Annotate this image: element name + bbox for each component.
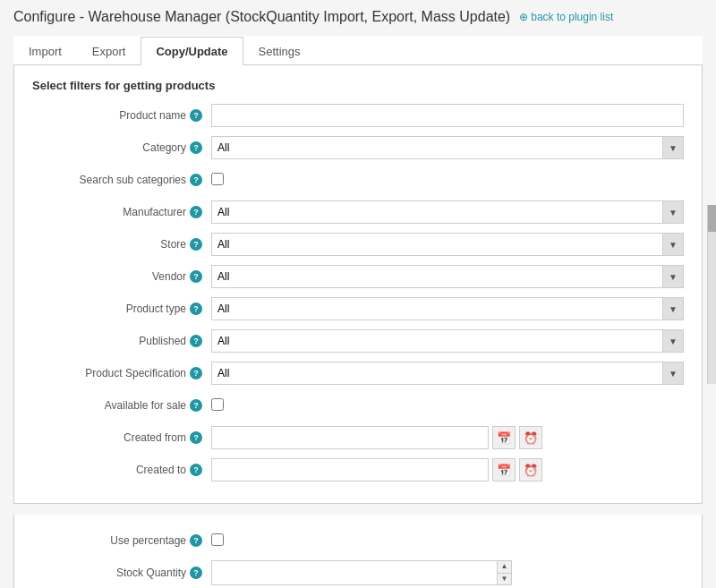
stock-quantity-down-arrow-icon[interactable]: ▼ bbox=[498, 574, 511, 585]
available-for-sale-help-icon[interactable]: ? bbox=[190, 399, 202, 412]
stock-quantity-help-icon[interactable]: ? bbox=[190, 567, 202, 579]
manufacturer-field-wrapper: All ▼ bbox=[211, 200, 684, 224]
product-name-field-wrapper bbox=[211, 104, 684, 127]
vendor-select-wrapper: All ▼ bbox=[211, 265, 684, 288]
available-for-sale-field-wrapper bbox=[211, 398, 684, 413]
available-for-sale-label: Available for sale ? bbox=[32, 399, 211, 412]
tab-import[interactable]: Import bbox=[13, 37, 77, 65]
use-percentage-field-wrapper bbox=[211, 533, 684, 549]
search-sub-categories-checkbox[interactable] bbox=[211, 173, 224, 185]
created-to-label: Created to ? bbox=[32, 464, 211, 476]
stock-quantity-up-arrow-icon[interactable]: ▲ bbox=[498, 561, 511, 574]
stock-quantity-field-wrapper: 3333 ▲ ▼ bbox=[211, 560, 684, 585]
created-from-field-wrapper: 📅 ⏰ bbox=[211, 426, 684, 449]
stock-quantity-row: Stock Quantity ? 3333 ▲ ▼ bbox=[32, 560, 684, 585]
search-sub-categories-row: Search sub categories ? bbox=[32, 167, 684, 192]
category-select[interactable]: All bbox=[211, 136, 684, 159]
published-label: Published ? bbox=[32, 335, 211, 347]
product-type-row: Product type ? All ▼ bbox=[32, 296, 684, 321]
vendor-field-wrapper: All ▼ bbox=[211, 265, 684, 288]
back-to-plugin-list-link[interactable]: back to plugin list bbox=[519, 11, 613, 23]
manufacturer-select[interactable]: All bbox=[211, 200, 684, 224]
manufacturer-help-icon[interactable]: ? bbox=[190, 206, 202, 218]
filter-panel: Select filters for getting products Prod… bbox=[13, 65, 703, 504]
product-type-field-wrapper: All ▼ bbox=[211, 297, 684, 320]
filter-section-title: Select filters for getting products bbox=[32, 79, 684, 92]
category-field-wrapper: All ▼ bbox=[211, 136, 684, 159]
category-row: Category ? All ▼ bbox=[32, 135, 684, 160]
available-for-sale-row: Available for sale ? bbox=[32, 393, 684, 418]
created-from-help-icon[interactable]: ? bbox=[190, 431, 202, 444]
created-from-clock-icon[interactable]: ⏰ bbox=[519, 426, 542, 449]
use-percentage-checkbox[interactable] bbox=[211, 533, 224, 546]
product-type-help-icon[interactable]: ? bbox=[190, 303, 202, 315]
created-from-calendar-icon[interactable]: 📅 bbox=[492, 426, 516, 449]
created-from-row: Created from ? 📅 ⏰ bbox=[32, 425, 684, 450]
vendor-help-icon[interactable]: ? bbox=[190, 270, 202, 283]
product-type-label: Product type ? bbox=[32, 303, 211, 315]
product-specification-select[interactable]: All bbox=[211, 362, 684, 385]
store-select[interactable]: All bbox=[211, 233, 684, 256]
published-field-wrapper: All ▼ bbox=[211, 329, 684, 353]
tabs-bar: Import Export Copy/Update Settings bbox=[13, 36, 703, 65]
category-label: Category ? bbox=[32, 141, 211, 154]
vendor-select[interactable]: All bbox=[211, 265, 684, 288]
store-field-wrapper: All ▼ bbox=[211, 233, 684, 256]
use-percentage-row: Use percentage ? bbox=[32, 528, 684, 553]
search-sub-categories-label: Search sub categories ? bbox=[32, 174, 211, 186]
product-specification-field-wrapper: All ▼ bbox=[211, 362, 684, 385]
page-title-bar: Configure - Warehouse Manager (StockQuan… bbox=[13, 9, 703, 25]
stock-panel: Use percentage ? Stock Quantity ? 3333 ▲… bbox=[13, 515, 703, 588]
manufacturer-row: Manufacturer ? All ▼ bbox=[32, 200, 684, 225]
created-to-clock-icon[interactable]: ⏰ bbox=[519, 458, 542, 481]
stock-quantity-spinner-arrows: ▲ ▼ bbox=[498, 560, 512, 585]
created-from-input[interactable] bbox=[211, 426, 489, 449]
store-row: Store ? All ▼ bbox=[32, 232, 684, 257]
category-select-wrapper: All ▼ bbox=[211, 136, 684, 159]
created-to-calendar-icon[interactable]: 📅 bbox=[492, 458, 516, 481]
created-from-date-wrapper: 📅 ⏰ bbox=[211, 426, 684, 449]
published-select[interactable]: All bbox=[211, 329, 684, 353]
created-to-help-icon[interactable]: ? bbox=[190, 464, 202, 476]
product-type-select[interactable]: All bbox=[211, 297, 684, 320]
product-name-label: Product name ? bbox=[32, 109, 211, 122]
created-to-date-wrapper: 📅 ⏰ bbox=[211, 458, 684, 481]
published-help-icon[interactable]: ? bbox=[190, 335, 202, 347]
search-sub-help-icon[interactable]: ? bbox=[190, 174, 202, 186]
available-for-sale-checkbox[interactable] bbox=[211, 398, 224, 411]
product-name-row: Product name ? bbox=[32, 103, 684, 128]
tab-settings[interactable]: Settings bbox=[243, 37, 316, 65]
created-to-input[interactable] bbox=[211, 458, 489, 481]
scrollbar-track[interactable] bbox=[707, 205, 716, 384]
tab-export[interactable]: Export bbox=[77, 37, 141, 65]
search-sub-categories-field-wrapper bbox=[211, 173, 684, 188]
store-label: Store ? bbox=[32, 238, 211, 251]
vendor-label: Vendor ? bbox=[32, 270, 211, 283]
vendor-row: Vendor ? All ▼ bbox=[32, 264, 684, 289]
tab-copy-update[interactable]: Copy/Update bbox=[141, 37, 243, 65]
store-help-icon[interactable]: ? bbox=[190, 238, 202, 251]
page-title: Configure - Warehouse Manager (StockQuan… bbox=[13, 9, 510, 25]
product-specification-select-wrapper: All ▼ bbox=[211, 362, 684, 385]
product-specification-label: Product Specification ? bbox=[32, 367, 211, 379]
created-to-field-wrapper: 📅 ⏰ bbox=[211, 458, 684, 481]
product-name-help-icon[interactable]: ? bbox=[190, 109, 202, 122]
stock-quantity-input[interactable]: 3333 bbox=[211, 560, 498, 585]
category-help-icon[interactable]: ? bbox=[190, 141, 202, 154]
published-row: Published ? All ▼ bbox=[32, 328, 684, 354]
scrollbar-thumb[interactable] bbox=[708, 205, 716, 232]
store-select-wrapper: All ▼ bbox=[211, 233, 684, 256]
published-select-wrapper: All ▼ bbox=[211, 329, 684, 353]
product-specification-help-icon[interactable]: ? bbox=[190, 367, 202, 379]
use-percentage-help-icon[interactable]: ? bbox=[190, 534, 202, 547]
created-to-row: Created to ? 📅 ⏰ bbox=[32, 457, 684, 482]
product-specification-row: Product Specification ? All ▼ bbox=[32, 361, 684, 386]
stock-quantity-spinner-wrapper: 3333 ▲ ▼ bbox=[211, 560, 684, 585]
product-name-input[interactable] bbox=[211, 104, 684, 127]
created-from-label: Created from ? bbox=[32, 431, 211, 444]
manufacturer-label: Manufacturer ? bbox=[32, 206, 211, 218]
page-wrapper: Configure - Warehouse Manager (StockQuan… bbox=[0, 0, 716, 588]
use-percentage-label: Use percentage ? bbox=[32, 534, 211, 547]
product-type-select-wrapper: All ▼ bbox=[211, 297, 684, 320]
manufacturer-select-wrapper: All ▼ bbox=[211, 200, 684, 224]
